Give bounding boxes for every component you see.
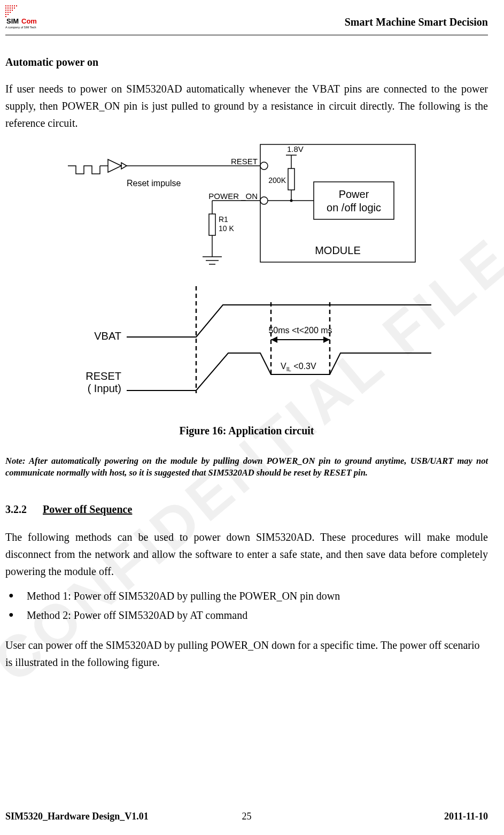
list-item: Method 1: Power off SIM5320AD by pulling… [5,587,488,604]
section-off-number: 3.2.2 [5,501,43,518]
svg-rect-0 [5,5,6,6]
header-rule [5,35,488,35]
label-1v8: 1.8V [287,144,304,154]
svg-rect-5 [16,5,17,6]
section-auto-title: Automatic power on [5,53,488,71]
label-timing: 50ms <t<200 ms [268,326,332,335]
label-reset: RESET [230,157,257,166]
svg-rect-18 [5,14,6,15]
section-off-heading: 3.2.2Power off Sequence [5,501,488,518]
svg-rect-15 [5,12,6,13]
svg-rect-9 [12,7,13,9]
label-reset-input-2: ( Input) [87,382,121,394]
svg-rect-3 [12,5,13,6]
method-list: Method 1: Power off SIM5320AD by pulling… [5,587,488,624]
svg-rect-7 [7,7,9,9]
label-vbat: VBAT [94,330,121,342]
label-vil-sub: IL [286,366,291,372]
section-auto-paragraph: If user needs to power on SIM5320AD auto… [5,80,488,132]
footer-date: 2011-11-10 [444,811,488,822]
list-item: Method 2: Power off SIM5320AD by AT comm… [5,607,488,624]
label-200k: 200K [268,176,286,185]
figure-16: MODULE 1.8V 200K Power on /off logic RES… [5,139,488,417]
page-header: SIM Com A company of SIM Tech Smart Mach… [0,5,504,37]
svg-marker-50 [271,336,277,343]
label-power-logic-bottom: on /off logic [327,202,381,213]
label-r1-value: 10 K [219,224,234,233]
section-off-paragraph: The following methods can be used to pow… [5,528,488,580]
svg-text:Com: Com [21,17,37,25]
svg-rect-4 [14,5,15,6]
label-r1-name: R1 [219,215,228,224]
note-text: Note: After automatically powering on th… [5,455,488,479]
logo: SIM Com A company of SIM Tech [5,5,40,29]
svg-rect-16 [7,12,9,13]
logo-subtext: A company of SIM Tech [5,26,36,29]
svg-marker-43 [108,159,121,172]
label-reset-impulse: Reset impulse [127,179,181,188]
label-power-on: POWER _ON [208,191,258,201]
section-off-title: Power off Sequence [43,503,132,515]
label-vil-v: V [281,362,286,371]
svg-rect-12 [7,10,9,11]
svg-rect-2 [10,5,11,6]
svg-rect-8 [10,7,11,9]
label-power-logic-top: Power [338,188,369,200]
svg-text:VIL <0.3V: VIL <0.3V [281,362,316,372]
svg-rect-14 [12,10,13,11]
svg-rect-26 [288,168,294,190]
svg-rect-13 [10,10,11,11]
svg-point-31 [260,162,268,170]
svg-rect-6 [5,7,6,9]
svg-rect-36 [209,214,215,235]
section-off-paragraph2: User can power off the SIM5320AD by pull… [5,637,488,671]
svg-rect-17 [10,12,11,13]
figure-caption: Figure 16: Application circuit [5,422,488,439]
footer-page-number: 25 [242,811,252,822]
svg-point-32 [260,197,268,204]
svg-rect-11 [5,10,6,11]
svg-text:SIM: SIM [6,17,19,25]
svg-rect-10 [14,7,15,9]
svg-rect-19 [7,14,9,15]
label-reset-input-1: RESET [86,370,121,382]
svg-marker-51 [323,336,330,343]
svg-rect-1 [7,5,9,6]
footer-left: SIM5320_Hardware Design_V1.01 [5,811,149,822]
header-tagline: Smart Machine Smart Decision [345,16,488,28]
label-vil-rest: <0.3V [291,362,316,371]
svg-rect-30 [314,182,394,219]
label-module: MODULE [315,244,361,256]
